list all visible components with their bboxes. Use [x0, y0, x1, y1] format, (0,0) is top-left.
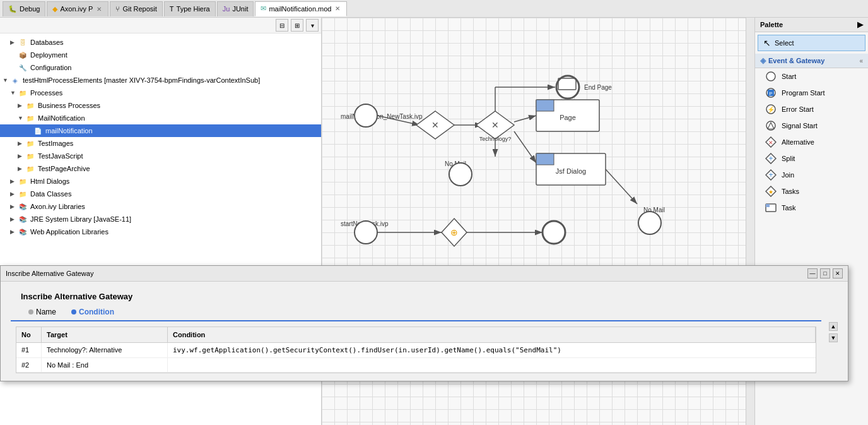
start-node-1: [355, 104, 377, 127]
folder-icon: 📁: [18, 189, 28, 199]
tree-label: Processes: [30, 89, 62, 97]
palette-item-label: Tasks: [782, 188, 799, 195]
tree-item-dataclasses[interactable]: ▶ 📁 Data Classes: [0, 188, 321, 200]
td-target-1: Technology?: Alternative: [42, 343, 168, 357]
tree-item-mailnotif[interactable]: ▼ 📁 MailNotification: [0, 112, 321, 124]
svg-line-10: [514, 116, 536, 122]
tab-mail[interactable]: ✉ mailNotification.mod ✕: [255, 1, 347, 16]
svg-line-18: [606, 169, 637, 204]
tasks-shape-icon: ★: [765, 186, 777, 197]
palette-section-collapse-icon[interactable]: «: [859, 57, 863, 64]
th-no: No: [16, 327, 42, 342]
tree-item-databases[interactable]: ▶ 🗄 Databases: [0, 36, 321, 49]
tree-item-axonlibs[interactable]: ▶ 📚 Axon.ivy Libraries: [0, 200, 321, 213]
palette-item-alternative[interactable]: ✕ Alternative: [755, 134, 868, 150]
tab-debug[interactable]: 🐛 Debug: [3, 1, 45, 16]
tree-item-mailnotif-file[interactable]: 📄 mailNotification: [0, 124, 321, 137]
tab-bar: 🐛 Debug ◆ Axon.ivy P ✕ ⑂ Git Reposit T T…: [0, 0, 868, 18]
palette-item-signal-start[interactable]: Signal Start: [755, 117, 868, 134]
tree-container: ▶ 🗄 Databases 📦 Deployment 🔧 Configurati…: [0, 33, 321, 241]
palette-item-label: Signal Start: [782, 122, 818, 129]
tree-label: JRE System Library [JavaSE-11]: [30, 215, 131, 223]
tree-label: Databases: [30, 39, 64, 46]
tab-junit[interactable]: Ju JUnit: [217, 1, 254, 16]
folder-icon: 📁: [25, 100, 35, 111]
td-condition-1: ivy.wf.getApplication().getSecurityConte…: [168, 343, 816, 357]
palette-item-label: Join: [782, 171, 794, 179]
tree-item-htmldialogs[interactable]: ▶ 📁 Html Dialogs: [0, 175, 321, 188]
th-condition: Condition: [168, 327, 816, 342]
config-icon: 🔧: [18, 63, 28, 73]
tab-condition-label: Condition: [79, 308, 114, 316]
scroll-down-btn[interactable]: ▼: [829, 333, 838, 342]
svg-text:⚡: ⚡: [767, 105, 775, 114]
palette-section-event-gateway[interactable]: ◈ Event & Gateway «: [755, 54, 868, 68]
tree-item-processes[interactable]: ▼ 📁 Processes: [0, 87, 321, 99]
junit-icon: Ju: [223, 5, 230, 13]
scroll-up-btn[interactable]: ▲: [829, 322, 838, 331]
td-no-1: #1: [16, 343, 42, 357]
palette-select-tool[interactable]: ↖ Select: [758, 35, 865, 51]
tree-item-configuration[interactable]: 🔧 Configuration: [0, 61, 321, 74]
tree-item-testimages[interactable]: ▶ 📁 TestImages: [0, 137, 321, 150]
lib-icon: 📚: [18, 227, 28, 237]
arrow-icon: ▶: [10, 178, 18, 184]
arrow-icon: ▶: [18, 140, 25, 147]
tree-item-testhtml[interactable]: ▼ ◈ testHtmlProcessElements [master XIVY…: [0, 74, 321, 87]
arrow-icon: ▶: [18, 153, 25, 159]
tab-dot-icon: [28, 309, 33, 314]
palette-item-task[interactable]: Task: [755, 200, 868, 216]
dialog-minimize-btn[interactable]: —: [807, 268, 818, 278]
tree-item-testpagearchive[interactable]: ▶ 📁 TestPageArchive: [0, 162, 321, 175]
folder-icon: 🗄: [18, 37, 28, 47]
tree-item-deployment[interactable]: 📦 Deployment: [0, 49, 321, 61]
svg-rect-41: [766, 204, 770, 207]
palette-item-start[interactable]: Start: [755, 68, 868, 85]
table-row[interactable]: #2 No Mail : End: [16, 358, 816, 373]
tree-item-jrelib[interactable]: ▶ 📚 JRE System Library [JavaSE-11]: [0, 213, 321, 225]
dialog-tab-name[interactable]: Name: [21, 304, 64, 321]
tab-junit-label: JUnit: [232, 5, 248, 13]
dialog-maximize-btn[interactable]: □: [820, 268, 830, 278]
close-icon[interactable]: ✕: [95, 6, 103, 13]
tab-git[interactable]: ⑂ Git Reposit: [110, 1, 162, 16]
palette-item-join[interactable]: + Join: [755, 167, 868, 183]
arrow-icon: ▶: [10, 191, 18, 197]
folder-icon: 📁: [18, 88, 28, 98]
mail-close-icon[interactable]: ✕: [334, 5, 341, 12]
ivy-icon: ◆: [52, 5, 57, 13]
tab-type[interactable]: T Type Hiera: [164, 1, 216, 16]
collapse-btn[interactable]: ⊟: [276, 19, 288, 32]
palette-item-split[interactable]: + Split: [755, 150, 868, 167]
expand-btn[interactable]: ⊞: [291, 19, 303, 32]
dialog-titlebar-buttons: — □ ✕: [807, 268, 843, 278]
palette-item-label: Start: [782, 73, 796, 80]
tree-label: Web Application Libraries: [30, 228, 108, 236]
svg-text:+: +: [768, 154, 773, 163]
git-icon: ⑂: [115, 5, 120, 13]
tree-label: TestImages: [38, 140, 73, 147]
svg-text:★: ★: [768, 189, 773, 195]
palette-expand-icon[interactable]: ▶: [857, 20, 863, 29]
tree-item-webapplibs[interactable]: ▶ 📚 Web Application Libraries: [0, 225, 321, 238]
tree-item-testjavascript[interactable]: ▶ 📁 TestJavaScript: [0, 150, 321, 162]
tree-item-business[interactable]: ▶ 📁 Business Processes: [0, 99, 321, 112]
lib-icon: 📚: [18, 214, 28, 224]
tab-axon-ivy[interactable]: ◆ Axon.ivy P ✕: [47, 1, 108, 16]
dialog-tab-condition[interactable]: Condition: [64, 304, 122, 321]
dialog-close-btn[interactable]: ✕: [833, 268, 843, 278]
tree-label: MailNotification: [38, 114, 85, 122]
menu-btn[interactable]: ▾: [306, 19, 319, 32]
dialog-overlay: Inscribe Alternative Gateway — □ ✕ Inscr…: [0, 265, 848, 381]
palette-item-error-start[interactable]: ⚡ Error Start: [755, 101, 868, 117]
svg-text:Page: Page: [560, 114, 576, 121]
svg-text:Jsf Dialog: Jsf Dialog: [556, 167, 586, 175]
svg-text:⊕: ⊕: [450, 227, 458, 237]
th-target: Target: [42, 327, 168, 342]
no-mail-node-1: [449, 163, 472, 186]
palette-header: Palette ▶: [755, 18, 868, 32]
arrow-icon: ▶: [10, 203, 18, 210]
palette-item-tasks[interactable]: ★ Tasks: [755, 183, 868, 200]
table-row[interactable]: #1 Technology?: Alternative ivy.wf.getAp…: [16, 343, 816, 358]
palette-item-program-start[interactable]: P Program Start: [755, 85, 868, 101]
